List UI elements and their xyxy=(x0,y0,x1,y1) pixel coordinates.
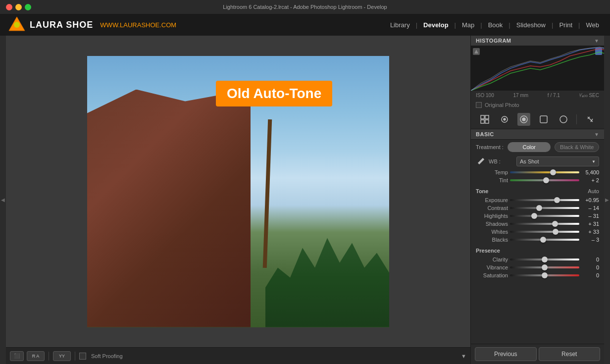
highlights-slider-thumb[interactable] xyxy=(531,213,537,219)
window-title: Lightroom 6 Catalog-2.lrcat - Adobe Phot… xyxy=(223,4,387,10)
soft-proof-checkbox[interactable] xyxy=(79,353,86,360)
tone-auto-button[interactable]: Auto xyxy=(588,188,599,194)
tint-slider-row: Tint + 2 xyxy=(471,176,604,184)
vibrance-slider-thumb[interactable] xyxy=(542,264,548,270)
left-panel-toggle[interactable]: ◀ xyxy=(0,36,6,364)
toolbar-separator-2 xyxy=(75,352,75,361)
tint-slider-track[interactable] xyxy=(510,179,579,181)
crop-tool-button[interactable]: ⬛ xyxy=(10,351,24,361)
contrast-slider-track[interactable] xyxy=(510,207,579,209)
temp-value: 5,400 xyxy=(581,169,599,175)
graduated-filter-tool[interactable] xyxy=(557,113,570,126)
original-photo-checkbox[interactable] xyxy=(476,102,482,108)
saturation-label: Saturation xyxy=(476,272,508,278)
contrast-slider-thumb[interactable] xyxy=(536,205,542,211)
nav-library[interactable]: Library xyxy=(387,20,413,30)
red-eye-tool[interactable] xyxy=(537,113,550,126)
highlights-slider-track[interactable] xyxy=(510,215,579,217)
logo-area: LAURA SHOE WWW.LAURASHOE.COM xyxy=(8,16,387,34)
wb-preset-dropdown[interactable]: As Shot ▼ xyxy=(516,156,599,166)
logo-url[interactable]: WWW.LAURASHOE.COM xyxy=(100,21,176,29)
center-panel: Old Auto-Tone ⬛ R A YY Soft Proofing ▼ xyxy=(6,36,470,364)
shadows-slider-track[interactable] xyxy=(510,223,579,225)
presence-label: Presence xyxy=(476,248,500,254)
trees-element xyxy=(265,228,389,327)
exposure-slider-thumb[interactable] xyxy=(554,197,560,203)
minimize-button[interactable] xyxy=(15,4,22,10)
histogram-section: Histogram ▼ xyxy=(471,36,604,110)
exposure-slider-row: Exposure +0.95 xyxy=(471,196,604,204)
traffic-lights xyxy=(6,4,31,10)
blacks-slider-track[interactable] xyxy=(510,239,579,241)
aspect-ratio-button[interactable]: R A xyxy=(27,351,45,361)
whites-value: + 33 xyxy=(581,229,599,235)
blacks-slider-thumb[interactable] xyxy=(540,237,546,243)
histogram-canvas xyxy=(471,46,604,91)
right-panel-toggle[interactable]: ▶ xyxy=(604,36,610,364)
clarity-slider-track[interactable] xyxy=(510,259,579,260)
histogram-header[interactable]: Histogram ▼ xyxy=(471,36,604,46)
titlebar: Lightroom 6 Catalog-2.lrcat - Adobe Phot… xyxy=(0,0,610,14)
exposure-slider-track[interactable] xyxy=(510,199,579,201)
maximize-button[interactable] xyxy=(25,4,31,10)
nav-slideshow[interactable]: Slideshow xyxy=(513,20,549,30)
histogram-collapse-icon: ▼ xyxy=(594,38,599,44)
nav-web[interactable]: Web xyxy=(583,20,603,30)
main-area: ◀ Old Auto-Tone ⬛ R A YY Soft Proofing xyxy=(0,36,610,364)
reset-button[interactable]: Reset xyxy=(539,347,601,361)
vibrance-value: 0 xyxy=(581,264,599,270)
presence-subheader: Presence xyxy=(471,246,604,256)
exif-aperture: f / 7.1 xyxy=(548,93,560,98)
vibrance-slider-track[interactable] xyxy=(510,266,579,268)
clarity-slider-thumb[interactable] xyxy=(542,257,548,262)
nav-book[interactable]: Book xyxy=(485,20,506,30)
wb-preset-value: As Shot xyxy=(520,158,539,164)
shadows-label: Shadows xyxy=(476,221,508,227)
whites-slider-track[interactable] xyxy=(510,231,579,233)
svg-point-1 xyxy=(14,22,20,28)
saturation-slider-thumb[interactable] xyxy=(542,272,548,278)
wb-dropdown-arrow: ▼ xyxy=(592,159,596,164)
crop-tool[interactable] xyxy=(498,113,511,126)
nav-develop[interactable]: Develop xyxy=(420,20,452,30)
exif-info: ISO 100 17 mm f / 7.1 ¹⁄₄₀₀ SEC xyxy=(471,91,604,100)
svg-rect-4 xyxy=(481,115,484,119)
grid-overlay-tool[interactable] xyxy=(478,113,491,126)
vibrance-label: Vibrance xyxy=(476,264,508,270)
exif-focal: 17 mm xyxy=(513,93,528,98)
exif-iso: ISO 100 xyxy=(476,93,494,98)
toolbar-dropdown[interactable]: ▼ xyxy=(461,353,466,359)
nav-map[interactable]: Map xyxy=(459,20,477,30)
shadows-slider-thumb[interactable] xyxy=(552,221,558,227)
tone-label: Tone xyxy=(476,188,488,194)
temp-slider-track[interactable] xyxy=(510,171,579,173)
histogram-graph xyxy=(471,46,604,91)
color-treatment-button[interactable]: Color xyxy=(508,142,551,152)
bottom-buttons: Previous Reset xyxy=(471,344,604,364)
tone-subheader: Tone Auto xyxy=(471,186,604,196)
basic-header[interactable]: Basic ▼ xyxy=(471,129,604,140)
bw-treatment-button[interactable]: Black & White xyxy=(555,142,599,152)
shadows-value: + 31 xyxy=(581,221,599,227)
wb-eyedropper-tool[interactable] xyxy=(476,156,486,166)
previous-button[interactable]: Previous xyxy=(475,347,537,361)
close-button[interactable] xyxy=(6,4,12,10)
original-photo-row: Original Photo xyxy=(471,100,604,110)
saturation-slider-track[interactable] xyxy=(510,274,579,276)
spot-removal-tool[interactable] xyxy=(517,113,530,126)
clarity-value: 0 xyxy=(581,257,599,262)
soft-proof-label: Soft Proofing xyxy=(91,353,123,359)
grid-view-button[interactable]: YY xyxy=(53,351,71,361)
contrast-value: – 14 xyxy=(581,205,599,211)
tools-separator xyxy=(576,114,577,124)
adjustment-brush-tool[interactable] xyxy=(584,113,597,126)
blacks-value: – 3 xyxy=(581,237,599,243)
power-pole-element xyxy=(263,119,272,267)
basic-section: Basic ▼ Treatment : Color Black & White … xyxy=(471,129,604,279)
tint-slider-thumb[interactable] xyxy=(543,177,549,183)
whites-slider-thumb[interactable] xyxy=(553,229,559,235)
vibrance-slider-row: Vibrance 0 xyxy=(471,263,604,271)
temp-slider-thumb[interactable] xyxy=(550,169,556,175)
nav-print[interactable]: Print xyxy=(556,20,575,30)
svg-rect-12 xyxy=(540,116,547,123)
